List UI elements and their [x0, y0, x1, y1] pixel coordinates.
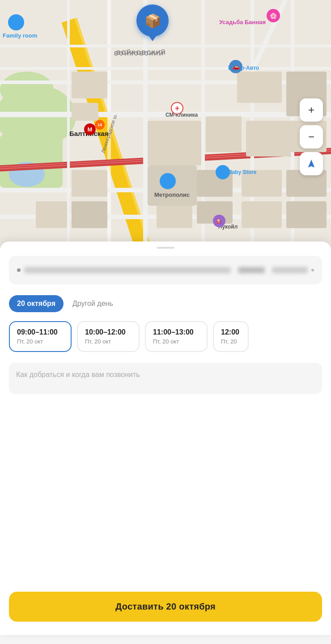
svg-rect-16	[0, 45, 331, 47]
date-selector: 20 октября Другой день	[9, 295, 322, 312]
deliver-button-container: Доставить 20 октября	[9, 592, 322, 622]
address-bar[interactable]	[9, 256, 322, 284]
time-slot-2-date: Пт, 20 окт	[85, 338, 132, 345]
date-other-button[interactable]: Другой день	[71, 295, 115, 312]
time-slot-3-date: Пт, 20 окт	[153, 338, 199, 345]
time-slot-4[interactable]: 12:00 Пт, 20	[213, 321, 249, 352]
svg-rect-29	[72, 103, 98, 121]
bottom-sheet: 20 октября Другой день 09:00–11:00 Пт, 2…	[0, 242, 331, 635]
svg-rect-25	[246, 121, 291, 157]
navigate-button[interactable]	[300, 152, 323, 175]
svg-point-43	[160, 173, 176, 189]
svg-rect-15	[0, 67, 331, 70]
time-slot-1-time: 09:00–11:00	[17, 328, 64, 336]
baby-store-label: Baby Store	[228, 169, 256, 175]
time-slots-container: 09:00–11:00 Пт, 20 окт 10:00–12:00 Пт, 2…	[9, 321, 322, 354]
family-room-label: Family room	[3, 32, 37, 39]
svg-rect-36	[286, 201, 327, 228]
address-text-blurred-2	[238, 267, 265, 273]
time-slot-2[interactable]: 10:00–12:00 Пт, 20 окт	[77, 321, 140, 352]
svg-rect-41	[36, 201, 67, 228]
lukoil-icon: ⛽	[213, 215, 225, 227]
address-dot-end	[311, 269, 314, 271]
svg-rect-30	[237, 72, 282, 103]
time-slot-3[interactable]: 11:00–13:00 Пт, 20 окт	[145, 321, 208, 352]
svg-rect-39	[72, 170, 107, 197]
zoom-out-button[interactable]: −	[300, 125, 323, 148]
sheet-handle	[157, 247, 174, 249]
map-controls: + −	[300, 98, 323, 175]
usadba-icon: 🌸	[267, 9, 280, 22]
metro-line-badge: 14	[95, 120, 105, 130]
address-text-blurred	[24, 267, 231, 273]
metro-icon: М	[84, 123, 96, 135]
time-slot-2-time: 10:00–12:00	[85, 328, 132, 336]
svg-rect-28	[72, 72, 107, 98]
date-active-button[interactable]: 20 октября	[9, 295, 64, 312]
svg-rect-24	[206, 116, 242, 152]
svg-rect-17	[143, 0, 148, 250]
time-slot-4-time: 12:00	[221, 328, 241, 336]
tsentr-avto-icon: 🚗	[229, 60, 242, 73]
time-slot-1[interactable]: 09:00–11:00 Пт, 20 окт	[9, 321, 72, 352]
time-slot-4-date: Пт, 20	[221, 338, 241, 345]
svg-rect-21	[67, 0, 70, 250]
usadba-label: Усадьба Банная	[219, 19, 266, 25]
voykovskiy-text: ВОЙКОВСКИЙ	[114, 50, 164, 57]
time-slot-3-time: 11:00–13:00	[153, 328, 199, 336]
metropolis-label: Метрополис	[154, 191, 190, 198]
address-dot-start	[17, 268, 21, 272]
instructions-field[interactable]: Как добраться и когда вам позвонить	[9, 363, 322, 394]
svg-rect-40	[72, 201, 107, 228]
spacer	[9, 403, 322, 528]
box-icon: 📦	[144, 13, 161, 29]
svg-point-2	[0, 72, 54, 107]
map-container[interactable]: ВОЙКОВСКИЙ ВОЙКОВСКИЙ Балтийская СМ-Клин…	[0, 0, 331, 250]
zoom-in-button[interactable]: +	[300, 98, 323, 122]
address-text-blurred-3	[272, 267, 308, 273]
svg-rect-23	[148, 121, 201, 165]
svg-point-45	[8, 14, 24, 30]
svg-rect-35	[242, 201, 282, 228]
delivery-pin: 📦	[136, 4, 169, 37]
deliver-button[interactable]: Доставить 20 октября	[9, 592, 322, 622]
time-slot-1-date: Пт, 20 окт	[17, 338, 64, 345]
instructions-placeholder: Как добраться и когда вам позвонить	[16, 371, 140, 378]
sm-klinika-icon: +	[171, 102, 183, 114]
sm-klinika-label: СМ-Клиника	[166, 112, 198, 118]
